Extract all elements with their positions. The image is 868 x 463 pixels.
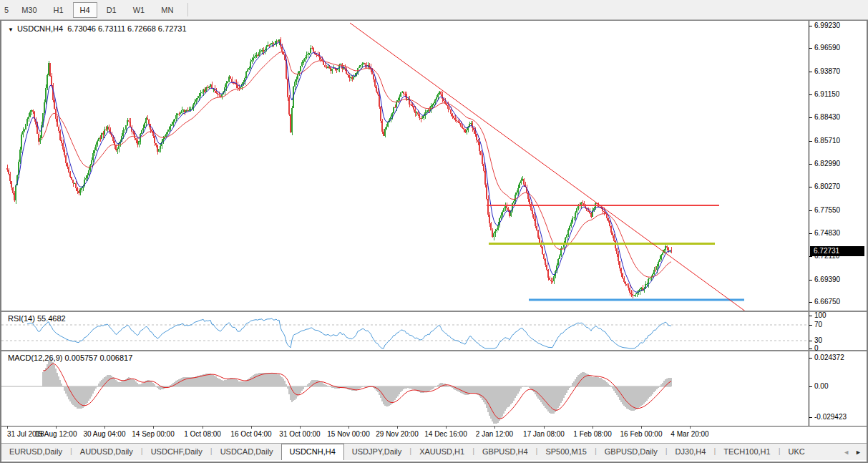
macd-axis[interactable]: 0.0243720.00-0.029423 (809, 351, 867, 426)
timeframe-button-5[interactable]: 5 (1, 2, 12, 18)
chart-tab-USDJPY-Daily[interactable]: USDJPY,Daily (344, 444, 410, 460)
chart-tab-GBPUSD-Daily[interactable]: GBPUSD,Daily (597, 444, 665, 460)
date-label: 16 Oct 04:00 (230, 430, 271, 438)
chart-tab-TECH100-H1[interactable]: TECH100,H1 (716, 444, 778, 460)
price-tick: 6.99230 (809, 21, 840, 30)
chart-tab-bar: EURUSD,Daily|AUDUSD,Daily|USDCHF,Daily|U… (1, 443, 867, 460)
price-tick-label: 6.88430 (814, 113, 840, 121)
date-label: 14 Sep 00:00 (132, 430, 175, 438)
rsi-tick: 100 (809, 311, 826, 320)
date-label: 29 Nov 20:00 (376, 430, 419, 438)
macd-chart-svg (1, 351, 809, 426)
rsi-tick-label: 70 (814, 321, 822, 328)
rsi-axis[interactable]: 10070300 (809, 312, 867, 350)
date-label: 15 Aug 12:00 (35, 430, 77, 438)
price-tick: 6.85710 (809, 137, 840, 145)
date-tick (203, 427, 203, 429)
timeframe-button-W1[interactable]: W1 (126, 2, 152, 18)
timeframe-button-MN[interactable]: MN (154, 2, 180, 18)
toolbar-separator (187, 3, 188, 16)
price-tick-label: 6.69390 (814, 276, 840, 283)
price-tick-label: 6.77550 (814, 206, 840, 214)
chart-tab-GBPUSD-H4[interactable]: GBPUSD,H4 (474, 444, 536, 460)
macd-tick: 0.00 (809, 382, 828, 391)
price-tick: 6.74830 (809, 229, 840, 238)
rsi-plot-area[interactable]: RSI(14) 55.4682 (1, 312, 809, 350)
date-tick (300, 427, 301, 429)
tick-dash (809, 48, 812, 49)
tick-dash (809, 302, 812, 303)
date-tick (56, 427, 57, 429)
date-tick (104, 427, 105, 429)
tick-dash (809, 256, 812, 257)
chart-tab-EURUSD-Daily[interactable]: EURUSD,Daily (1, 444, 70, 460)
date-tick (397, 427, 398, 429)
rsi-label: RSI(14) 55.4682 (8, 314, 66, 323)
tab-scroll-right-icon[interactable]: ► (855, 449, 862, 456)
rsi-tick-label: 100 (814, 311, 826, 319)
tick-dash (809, 187, 812, 187)
rsi-panel: RSI(14) 55.4682 10070300 (1, 312, 867, 350)
descending-trendline (350, 23, 746, 311)
macd-panel: MACD(12,26,9) 0.005757 0.006817 0.024372… (1, 351, 867, 426)
date-label: 16 Feb 00:00 (620, 430, 663, 438)
price-tick-label: 6.91150 (814, 90, 839, 98)
quote-low: 6.72668 (127, 24, 156, 33)
tick-dash (809, 72, 812, 72)
timeframe-button-H1[interactable]: H1 (47, 2, 71, 18)
price-panel: ▼USDCNH,H4 6.730466.731116.726686.72731 … (1, 21, 867, 311)
price-tick: 6.88430 (809, 113, 840, 122)
chart-tab-UKC[interactable]: UKC (781, 444, 813, 460)
date-axis[interactable]: 31 Jul 201815 Aug 12:0030 Aug 04:0014 Se… (1, 426, 867, 443)
price-tick: 6.80270 (809, 182, 840, 191)
quote-high: 6.73111 (98, 24, 125, 33)
timeframe-button-D1[interactable]: D1 (99, 2, 124, 18)
date-tick (690, 427, 691, 429)
date-tick (593, 427, 593, 429)
price-plot-area[interactable]: ▼USDCNH,H4 6.730466.731116.726686.72731 (1, 21, 809, 311)
chart-tab-USDCAD-Daily[interactable]: USDCAD,Daily (213, 444, 281, 460)
chart-header: ▼USDCNH,H4 6.730466.731116.726686.72731 (8, 24, 189, 33)
quote-open: 6.73046 (67, 24, 96, 33)
timeframe-button-H4[interactable]: H4 (73, 2, 97, 18)
chart-tab-AUDUSD-Daily[interactable]: AUDUSD,Daily (72, 444, 141, 460)
price-tick-label: 6.96590 (814, 44, 840, 52)
date-tick (544, 427, 545, 429)
price-tick-label: 6.93870 (814, 67, 840, 75)
price-axis[interactable]: 6.72731 6.992306.965906.938706.911506.88… (809, 21, 867, 311)
tick-dash (809, 141, 812, 142)
price-tick: 6.77550 (809, 206, 840, 215)
date-tick (7, 427, 8, 429)
chart-tab-USDCNH-H4[interactable]: USDCNH,H4 (281, 444, 344, 460)
chart-tab-XAUUSD-H1[interactable]: XAUUSD,H1 (411, 444, 472, 460)
timeframe-button-M30[interactable]: M30 (14, 2, 44, 18)
macd-plot-area[interactable]: MACD(12,26,9) 0.005757 0.006817 (1, 351, 809, 426)
tick-dash (809, 280, 812, 281)
price-tick: 6.82990 (809, 160, 840, 168)
price-tick-label: 6.82990 (814, 160, 840, 167)
macd-tick-label: 0.024372 (814, 354, 844, 361)
price-tick: 6.96590 (809, 44, 840, 52)
price-tick: 6.91150 (809, 90, 839, 99)
chart-dropdown-icon[interactable]: ▼ (8, 26, 14, 33)
date-tick (446, 427, 447, 429)
macd-label: MACD(12,26,9) 0.005757 0.006817 (8, 354, 132, 362)
chart-tab-DJ30-H4[interactable]: DJ30,H4 (668, 444, 714, 460)
price-tick-label: 6.85710 (814, 137, 840, 145)
date-label: 31 Oct 00:00 (279, 430, 320, 438)
price-tick: 6.69390 (809, 276, 840, 284)
date-label: 17 Jan 08:00 (523, 430, 565, 438)
tick-dash (809, 164, 812, 165)
current-price-box: 6.72731 (810, 246, 864, 256)
chart-tab-USDCHF-Daily[interactable]: USDCHF,Daily (143, 444, 210, 460)
quote-close: 6.72731 (158, 24, 187, 33)
chart-tab-SP500-M15[interactable]: SP500,M15 (537, 444, 594, 460)
price-tick-label: 6.80270 (814, 182, 840, 190)
macd-tick: 0.024372 (809, 354, 844, 362)
price-chart-svg (1, 21, 809, 311)
tab-scroll-left-icon[interactable]: ◄ (843, 449, 849, 456)
price-tick-label: 6.74830 (814, 229, 840, 237)
date-tick (641, 427, 642, 429)
date-tick (494, 427, 495, 429)
chart-window: ▼USDCNH,H4 6.730466.731116.726686.72731 … (0, 20, 868, 463)
